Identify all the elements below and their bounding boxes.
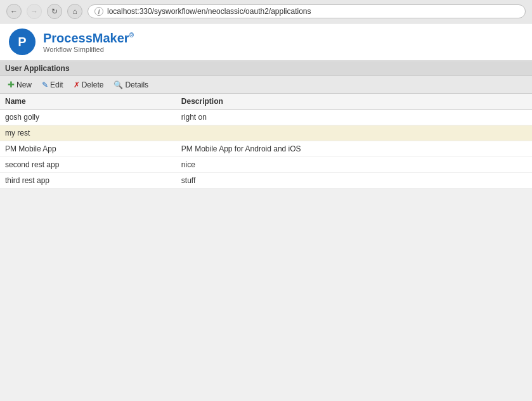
table-header-row: Name Description <box>0 94 532 110</box>
new-button[interactable]: ✚ New <box>4 79 36 91</box>
app-header: P ProcessMaker® Workflow Simplified <box>0 23 532 61</box>
back-button[interactable]: ← <box>6 4 22 19</box>
brand-name: ProcessMaker® <box>43 31 134 46</box>
row-description: PM Mobile App for Android and iOS <box>176 141 532 157</box>
row-name: my rest <box>0 125 176 141</box>
content-area: Name Description gosh gollyright onmy re… <box>0 94 532 189</box>
browser-chrome: ← → ↻ ⌂ i localhost:330/sysworkflow/en/n… <box>0 0 532 23</box>
edit-icon: ✎ <box>42 80 48 89</box>
new-icon: ✚ <box>8 80 15 89</box>
applications-table: Name Description gosh gollyright onmy re… <box>0 94 532 189</box>
details-button[interactable]: 🔍 Details <box>110 79 152 91</box>
table-row[interactable]: my rest <box>0 125 532 141</box>
forward-button[interactable]: → <box>27 4 42 19</box>
details-icon: 🔍 <box>114 80 123 89</box>
security-icon: i <box>94 7 103 16</box>
edit-label: Edit <box>50 80 63 89</box>
address-bar[interactable]: i localhost:330/sysworkflow/en/neoclassi… <box>88 4 526 18</box>
row-name: PM Mobile App <box>0 141 176 157</box>
reload-button[interactable]: ↻ <box>47 4 62 19</box>
section-title: User Applications <box>5 64 70 73</box>
row-description: right on <box>176 110 532 125</box>
row-name: gosh golly <box>0 110 176 125</box>
toolbar: ✚ New ✎ Edit ✗ Delete 🔍 Details <box>0 76 532 94</box>
brand-text: ProcessMaker® Workflow Simplified <box>43 31 134 53</box>
section-header: User Applications <box>0 61 532 76</box>
col-name-header: Name <box>0 94 176 110</box>
delete-icon: ✗ <box>74 80 80 89</box>
table-row[interactable]: second rest appnice <box>0 157 532 173</box>
row-description: nice <box>176 157 532 173</box>
logo-letter: P <box>18 35 26 49</box>
row-description <box>176 125 532 141</box>
table-row[interactable]: third rest appstuff <box>0 173 532 189</box>
details-label: Details <box>125 80 148 89</box>
delete-label: Delete <box>82 80 104 89</box>
row-description: stuff <box>176 173 532 189</box>
row-name: second rest app <box>0 157 176 173</box>
col-description-header: Description <box>176 94 532 110</box>
new-label: New <box>16 80 32 89</box>
brand-tagline: Workflow Simplified <box>43 46 134 53</box>
home-button[interactable]: ⌂ <box>67 4 82 19</box>
row-name: third rest app <box>0 173 176 189</box>
table-row[interactable]: gosh gollyright on <box>0 110 532 125</box>
delete-button[interactable]: ✗ Delete <box>70 79 108 91</box>
table-row[interactable]: PM Mobile AppPM Mobile App for Android a… <box>0 141 532 157</box>
edit-button[interactable]: ✎ Edit <box>38 79 67 91</box>
logo-icon: P <box>9 29 36 55</box>
url-text: localhost:330/sysworkflow/en/neoclassic/… <box>107 7 311 16</box>
